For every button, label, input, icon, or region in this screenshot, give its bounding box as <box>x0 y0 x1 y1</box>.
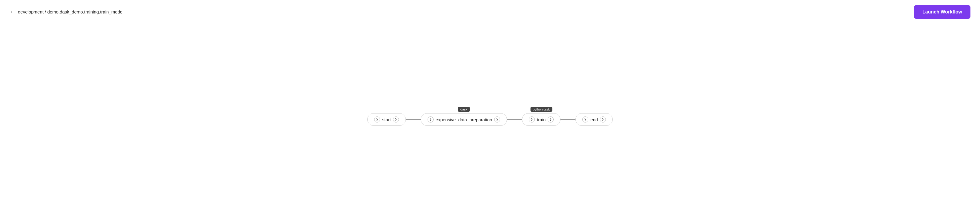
node-label-expensive_data_preparation: expensive_data_preparation <box>433 117 495 122</box>
port-left-end[interactable]: ❯ <box>582 117 588 122</box>
connector-line <box>560 119 575 120</box>
node-label-end: end <box>588 117 600 122</box>
port-right-train[interactable]: ❯ <box>547 117 554 122</box>
port-right-expensive_data_preparation[interactable]: ❯ <box>494 117 500 122</box>
node-label-start: start <box>380 117 393 122</box>
port-right-start[interactable]: ❯ <box>393 117 399 122</box>
connector-line <box>507 119 522 120</box>
launch-workflow-button[interactable]: Launch Workflow <box>914 5 970 19</box>
workflow-node[interactable]: ❯end❯ <box>575 113 613 126</box>
port-left-train[interactable]: ❯ <box>529 117 535 122</box>
breadcrumb: ← development / demo.dask_demo.training.… <box>10 9 124 15</box>
port-left-expensive_data_preparation[interactable]: ❯ <box>428 117 434 122</box>
connector-train <box>560 119 575 120</box>
back-button[interactable]: ← <box>10 9 15 15</box>
connector-line <box>406 119 421 120</box>
breadcrumb-text: development / demo.dask_demo.training.tr… <box>18 9 124 14</box>
workflow-canvas: ❯start❯dask❯expensive_data_preparation❯p… <box>0 24 980 215</box>
port-left-start[interactable]: ❯ <box>374 117 380 122</box>
port-right-end[interactable]: ❯ <box>600 117 606 122</box>
connector-start <box>406 119 421 120</box>
node-label-train: train <box>535 117 548 122</box>
node-expensive_data_preparation: dask❯expensive_data_preparation❯ <box>421 113 507 126</box>
workflow-node[interactable]: python-task❯train❯ <box>522 113 560 126</box>
workflow-diagram: ❯start❯dask❯expensive_data_preparation❯p… <box>367 113 613 126</box>
node-train: python-task❯train❯ <box>522 113 560 126</box>
node-badge-train: python-task <box>530 107 552 112</box>
node-end: ❯end❯ <box>575 113 613 126</box>
connector-expensive_data_preparation <box>507 119 522 120</box>
workflow-node[interactable]: dask❯expensive_data_preparation❯ <box>421 113 507 126</box>
header: ← development / demo.dask_demo.training.… <box>0 0 980 24</box>
node-badge-expensive_data_preparation: dask <box>458 107 470 112</box>
workflow-node[interactable]: ❯start❯ <box>367 113 406 126</box>
node-start: ❯start❯ <box>367 113 406 126</box>
